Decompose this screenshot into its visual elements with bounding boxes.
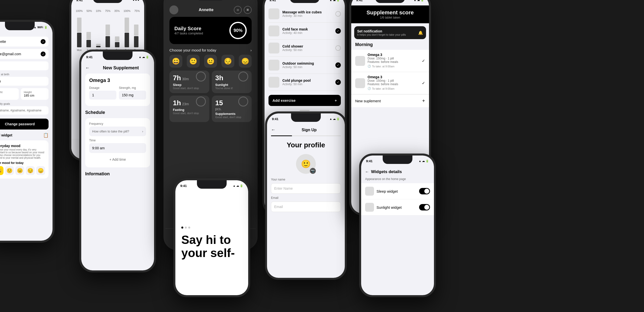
profile-avatar: 🙂 📷	[296, 154, 316, 174]
emoji-sad[interactable]: 😔	[222, 55, 234, 68]
name-label: Your name	[271, 178, 341, 181]
widgets-title: Widgets details	[371, 169, 402, 174]
height-field[interactable]: Height 185 cm	[21, 88, 48, 100]
dosage-input[interactable]: 1	[89, 91, 116, 100]
name-value: Annette	[0, 40, 6, 44]
exercise-time-4: Activity: 50 min	[282, 65, 332, 69]
emoji-happy[interactable]: 🙂	[187, 55, 200, 68]
fasting-unit: 23m	[182, 102, 189, 106]
mood-widget-section: Mood widget 📋 Everyday mood Choose your …	[0, 132, 48, 178]
notch-analytics	[93, 0, 122, 3]
supplement-name: Omega 3	[89, 78, 146, 83]
exercise-status-icons: ▲ ☁ 🔋	[330, 0, 340, 2]
gender-row[interactable]: man	[0, 77, 48, 86]
bar-fri: Fri	[113, 18, 121, 52]
email-input[interactable]	[271, 202, 341, 212]
signup-back-icon[interactable]: ←	[271, 127, 276, 132]
exercise-thumb-5	[268, 77, 280, 88]
exercise-item-5: Cold plunge pool Activity: 50 min ✓	[268, 74, 341, 91]
exercise-time-2: Activity: 40 min	[282, 31, 332, 35]
signup-back-nav: ← Sign Up	[267, 124, 345, 136]
mood-widget-card: Everyday mood Choose your mood every day…	[0, 140, 48, 178]
supplement-check-2[interactable]: ✓	[422, 81, 425, 86]
check-icon-2: ✓	[40, 52, 46, 56]
name-input[interactable]	[271, 183, 341, 194]
supplement-item-name-2: Omega 3	[368, 75, 419, 79]
supplements-unit: pcs.	[215, 107, 223, 111]
emoji-very-sad[interactable]: 😞	[36, 166, 45, 175]
sunlight-sublabel: You've done it!	[215, 87, 248, 90]
name-field-row[interactable]: Annette ✓	[0, 37, 48, 46]
weight-label: Weight	[0, 91, 16, 94]
widgets-screen: ← Widgets details Appearance on the home…	[361, 166, 434, 295]
fasting-label: Fasting	[173, 108, 206, 112]
dob-row[interactable]: /o	[0, 62, 48, 70]
supplement-check-1[interactable]: ✓	[422, 58, 425, 63]
widgets-back-icon[interactable]: ←	[365, 170, 369, 174]
exercise-info-2: Cold face mask Activity: 40 min	[282, 27, 332, 35]
exercise-name-4: Outdoor swimming	[282, 62, 332, 65]
notification-banner: Set notification It helps you don't forg…	[354, 26, 426, 39]
emoji-sad[interactable]: 😔	[26, 166, 35, 175]
bell-icon[interactable]: ○	[234, 6, 242, 14]
add-time-button[interactable]: + Add time	[89, 156, 146, 164]
score-status-icons: ▲ ☁ 🔋	[414, 0, 424, 2]
time-input[interactable]: 9:00 am	[89, 143, 146, 153]
weight-field[interactable]: Weight kg	[0, 88, 19, 100]
exercise-check-1[interactable]	[336, 11, 341, 16]
mood-section-title: Choose your mood for today ›	[170, 48, 252, 52]
stats-grid: 7h 30m Sleep Good start, don't stop 3h	[166, 70, 256, 124]
exercise-check-4[interactable]: ✓	[336, 62, 341, 68]
schedule-card: Frequency How often to take the pill? › …	[85, 118, 150, 168]
exercise-check-5[interactable]: ✓	[336, 80, 341, 85]
dosage-label: Dosage	[89, 86, 116, 90]
supplement-score-info-1: Omega 3 Dose: 150mg · 1 pill Features: b…	[368, 53, 419, 69]
menu-icon[interactable]: ≡	[244, 6, 252, 14]
supplement-content: ← New Supplement Omega 3 Dosage 1 Streng…	[81, 62, 154, 176]
fasting-ring	[196, 96, 206, 106]
exercise-check-3[interactable]	[336, 45, 341, 51]
pct-4: 75%	[105, 10, 110, 12]
new-supplement-plus-button[interactable]: +	[422, 98, 425, 104]
pct-5: 35%	[114, 10, 120, 12]
daily-username: Annette	[199, 8, 214, 12]
notification-text: Set notification It helps you don't forg…	[357, 29, 416, 36]
bell-icon-2[interactable]: 🔔	[418, 30, 423, 35]
exercise-check-2[interactable]: ✓	[336, 28, 341, 34]
supplements-card: 15 pcs. Supplements Good start, don't st…	[212, 96, 252, 122]
emoji-happy[interactable]: 😀	[0, 166, 4, 175]
sunlight-widget-toggle[interactable]	[419, 204, 430, 210]
sleep-ring	[196, 72, 206, 82]
daily-score-title: Daily Score	[174, 26, 203, 32]
time-label: Time	[89, 139, 146, 142]
frequency-selector[interactable]: How often to take the pill? ›	[89, 126, 146, 136]
schedule-title: Schedule	[85, 110, 150, 115]
mood-arrow-icon: ›	[250, 48, 252, 52]
camera-icon[interactable]: 📷	[310, 168, 316, 174]
change-password-button[interactable]: Change password	[0, 118, 48, 130]
new-supplement-label: New suplement	[355, 99, 381, 103]
mood-emoji-grid: 😀 🙂 😐 😔 😞	[170, 55, 252, 68]
widget-item-sleep: Sleep widget	[361, 183, 434, 199]
emoji-very-sad[interactable]: 😞	[239, 55, 252, 68]
notch-exercise	[290, 0, 320, 3]
fasting-card: 1h 23m Fasting Good start, don't stop	[170, 96, 209, 122]
sleep-widget-toggle[interactable]	[419, 188, 430, 194]
add-exercise-button[interactable]: Add exercise +	[268, 95, 341, 106]
notification-sub: It helps you don't forget to take your p…	[357, 33, 416, 36]
email-field-row[interactable]: nette@gmail.com ✓	[0, 49, 48, 59]
sunlight-label: Sunlight	[215, 83, 248, 87]
morning-label: Morning	[351, 42, 429, 47]
goals-row[interactable]: #goalname, #goalname, #goalname	[0, 106, 48, 115]
mood-desc: Choose your mood every day, it's very im…	[0, 148, 45, 159]
emoji-neutral[interactable]: 😐	[204, 55, 217, 68]
exercise-thumb-3	[268, 42, 280, 54]
emoji-neutral[interactable]: 😐	[15, 166, 24, 175]
emoji-smile[interactable]: 🙂	[5, 166, 14, 175]
exercise-name-2: Cold face mask	[282, 27, 332, 31]
strength-input[interactable]: 150 mg	[119, 91, 146, 100]
emoji-very-happy[interactable]: 😀	[170, 55, 182, 68]
signup-title: Sign Up	[278, 128, 341, 132]
back-arrow-icon[interactable]: ←	[85, 65, 90, 70]
fasting-value: 1h	[173, 99, 181, 107]
